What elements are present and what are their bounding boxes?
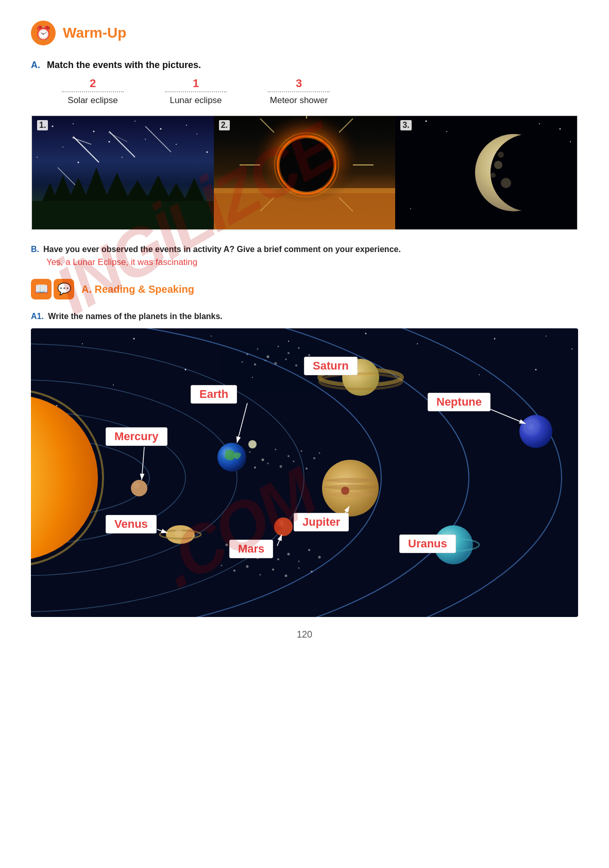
- svg-point-49: [570, 141, 571, 142]
- svg-point-59: [211, 336, 212, 337]
- svg-point-82: [254, 363, 256, 365]
- svg-point-66: [535, 369, 537, 371]
- solar-eclipse-svg: [214, 116, 396, 229]
- svg-point-6: [62, 146, 63, 147]
- svg-point-4: [160, 128, 162, 130]
- lunar-eclipse-bg: [395, 116, 577, 229]
- svg-point-146: [526, 421, 538, 433]
- svg-point-3: [134, 121, 136, 122]
- img-number-3: 3.: [400, 120, 411, 130]
- match-number-1: 2: [90, 78, 96, 89]
- svg-point-54: [490, 173, 496, 178]
- page-number: 120: [31, 629, 578, 640]
- a1-label: A1. Write the names of the planets in th…: [31, 312, 578, 321]
- image-cell-3: 3.: [395, 116, 577, 229]
- svg-point-50: [410, 208, 411, 209]
- svg-point-129: [131, 480, 147, 496]
- svg-marker-25: [83, 168, 109, 201]
- svg-point-81: [242, 361, 243, 363]
- meteor-svg: [32, 116, 214, 229]
- label-mars: Mars: [229, 540, 273, 558]
- svg-point-118: [298, 567, 300, 569]
- section-a-letter: A.: [31, 60, 40, 70]
- svg-point-93: [301, 450, 302, 452]
- svg-marker-28: [145, 175, 171, 201]
- match-dotted-2: [165, 91, 227, 92]
- match-number-2: 1: [193, 78, 199, 89]
- svg-point-98: [280, 465, 282, 468]
- svg-point-46: [446, 131, 447, 132]
- chat-icon: 💬: [54, 279, 74, 299]
- match-label-1: Solar eclipse: [67, 95, 117, 106]
- match-label-2: Lunar eclipse: [170, 95, 222, 106]
- svg-point-113: [233, 570, 235, 572]
- svg-point-72: [113, 385, 114, 386]
- img-number-2: 2.: [219, 120, 230, 130]
- svg-point-89: [249, 452, 251, 453]
- section-b-question: B.Have you ever observed the events in a…: [31, 245, 578, 254]
- image-cell-2: 2.: [214, 116, 396, 229]
- svg-point-62: [417, 343, 418, 344]
- svg-point-2: [93, 131, 95, 132]
- section-a-label: A. Match the events with the pictures.: [31, 60, 578, 71]
- label-neptune: Neptune: [428, 393, 490, 411]
- a1-number: A1.: [31, 312, 44, 321]
- section-b-answer: Yes, a Lunar Eclipse, it was fascinating: [46, 257, 578, 268]
- svg-point-97: [267, 463, 269, 464]
- svg-point-115: [260, 574, 261, 576]
- reading-icons: 📖 💬: [31, 279, 74, 299]
- svg-point-109: [298, 561, 300, 562]
- svg-line-15: [73, 137, 99, 162]
- svg-point-107: [277, 558, 279, 560]
- svg-line-16: [72, 138, 91, 144]
- svg-point-47: [539, 123, 540, 124]
- reading-header: 📖 💬 A. Reading & Speaking: [31, 279, 578, 299]
- svg-point-108: [287, 553, 290, 556]
- svg-point-79: [298, 347, 300, 349]
- night-sky-bg: [32, 116, 214, 229]
- svg-point-56: [498, 152, 504, 158]
- a1-question: Write the names of the planets in the bl…: [48, 312, 222, 321]
- section-a-question: Match the events with the pictures.: [47, 60, 201, 70]
- svg-point-67: [479, 374, 480, 375]
- svg-point-52: [490, 134, 568, 211]
- reading-title: A. Reading & Speaking: [81, 283, 194, 295]
- svg-point-70: [252, 377, 253, 378]
- svg-point-64: [546, 336, 547, 337]
- svg-point-117: [285, 575, 287, 577]
- svg-point-45: [426, 121, 427, 122]
- svg-point-92: [287, 455, 290, 457]
- svg-line-19: [145, 126, 171, 152]
- match-dotted-3: [268, 91, 330, 92]
- svg-point-75: [257, 348, 259, 350]
- svg-point-94: [313, 457, 315, 459]
- svg-point-9: [176, 144, 177, 145]
- svg-point-136: [274, 518, 293, 536]
- svg-point-58: [133, 338, 135, 340]
- svg-point-5: [186, 125, 187, 126]
- section-b-letter: B.: [31, 245, 39, 254]
- svg-point-139: [341, 487, 349, 495]
- alarm-icon: ⏰: [31, 21, 56, 45]
- svg-marker-29: [166, 183, 187, 201]
- image-cell-1: 1.: [32, 116, 214, 229]
- label-earth: Earth: [191, 385, 237, 404]
- svg-point-133: [175, 529, 183, 537]
- svg-point-86: [295, 364, 297, 366]
- label-jupiter: Jupiter: [294, 513, 349, 531]
- svg-point-77: [278, 346, 279, 347]
- svg-point-90: [262, 459, 264, 461]
- svg-point-53: [494, 161, 502, 169]
- svg-rect-21: [32, 201, 214, 229]
- svg-point-11: [78, 162, 79, 163]
- book-icon: 📖: [31, 279, 52, 299]
- svg-point-111: [318, 556, 321, 559]
- svg-point-137: [277, 520, 284, 527]
- svg-point-102: [226, 544, 228, 546]
- svg-marker-26: [104, 173, 130, 201]
- svg-point-63: [494, 338, 496, 340]
- svg-point-0: [52, 126, 54, 127]
- svg-point-12: [122, 157, 123, 158]
- svg-point-80: [308, 354, 310, 356]
- svg-line-17: [109, 131, 135, 157]
